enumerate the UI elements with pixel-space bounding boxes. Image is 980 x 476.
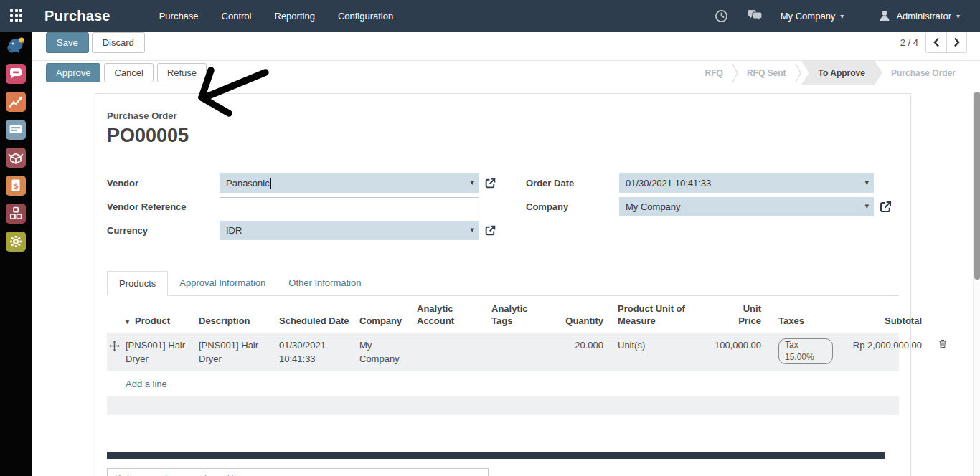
chevron-left-icon [932,37,941,48]
table-header-row: ▾Product Description Scheduled Date Comp… [107,303,899,333]
step-separator-icon [795,62,801,84]
activities-clock-icon[interactable] [709,6,734,26]
user-avatar-icon [878,9,891,22]
cell-quantity[interactable]: 20.000 [560,338,613,353]
menu-control[interactable]: Control [213,1,260,31]
sort-descending-icon[interactable]: ▾ [126,317,129,326]
vendor-label: Vendor [107,178,220,189]
dropdown-caret-icon: ▾ [470,225,474,234]
notebook-tabs: Products Approval Information Other Info… [107,271,899,296]
column-subtotal[interactable]: Subtotal [843,315,932,333]
discuss-icon[interactable] [6,64,26,84]
statusbar-steps: RFQ RFQ Sent To Approve Purchase Order [697,61,980,85]
discard-button[interactable]: Discard [92,32,145,53]
column-uom[interactable]: Product Unit of Measure [618,303,695,328]
text-cursor [270,178,271,189]
column-product[interactable]: Product [135,315,170,326]
approve-button[interactable]: Approve [46,63,100,82]
order-date-field[interactable]: 01/30/2021 10:41:33 ▾ [619,173,874,193]
order-lines-table: ▾Product Description Scheduled Date Comp… [107,303,899,415]
scrollbar-thumb[interactable] [974,92,980,280]
crm-chart-icon[interactable] [6,92,26,112]
pgadmin-icon[interactable] [6,36,26,56]
apps-grid-icon[interactable] [10,9,23,22]
dropdown-caret-icon: ▾ [864,201,869,211]
vendor-field[interactable]: Panasonic ▾ [220,173,479,193]
vertical-scrollbar[interactable] [973,92,980,476]
cell-unit-price[interactable]: 100,000.00 [705,338,771,353]
column-scheduled-date[interactable]: Scheduled Date [279,315,359,333]
company-field[interactable]: My Company ▾ [619,197,874,216]
tax-badge[interactable]: Tax 15.00% [778,338,833,364]
dropdown-caret-icon: ▾ [864,178,869,187]
cancel-button[interactable]: Cancel [104,63,153,82]
save-button[interactable]: Save [46,32,89,53]
column-analytic-tags[interactable]: Analytic Tags [491,303,537,328]
chevron-down-icon: ▾ [840,12,844,20]
table-row[interactable]: [PNS001] Hair Dryer [PNS001] Hair Dryer … [107,333,899,371]
step-separator-icon [732,62,738,84]
messages-chat-icon[interactable] [741,6,769,25]
column-company[interactable]: Company [359,315,417,333]
user-menu[interactable]: Administrator ▾ [874,5,964,27]
pager-count: 2 / 4 [900,37,918,48]
manufacturing-cubes-icon[interactable] [6,204,26,224]
pager-next-button[interactable] [946,32,966,52]
top-menu: Purchase Control Reporting Configuration [151,1,402,31]
column-unit-price[interactable]: Unit Price [731,303,761,328]
step-rfq[interactable]: RFQ [697,61,732,85]
order-date-label: Order Date [507,178,619,189]
pager-previous-button[interactable] [926,32,946,52]
vendor-reference-field[interactable] [220,197,479,216]
svg-text:$: $ [13,181,19,191]
invoicing-document-icon[interactable]: $ [6,176,26,196]
step-purchase-order[interactable]: Purchase Order [882,61,964,85]
top-navbar: Purchase Purchase Control Reporting Conf… [0,0,980,32]
company-label: Company [507,201,619,212]
company-external-link-icon[interactable] [879,200,892,214]
vendor-external-link-icon[interactable] [484,177,496,189]
cell-subtotal[interactable]: Rp 2,000,000.00 [843,338,932,353]
section-separator-bar [107,452,885,459]
column-taxes[interactable]: Taxes [771,315,843,333]
menu-purchase[interactable]: Purchase [151,1,207,31]
app-title: Purchase [44,8,110,24]
cell-description[interactable]: [PNS001] Hair Dryer [199,338,279,366]
cell-company[interactable]: My Company [359,338,417,366]
tab-other-information[interactable]: Other Information [277,271,372,295]
tab-products[interactable]: Products [107,271,168,296]
delete-line-trash-icon[interactable] [932,338,953,353]
drag-handle-icon[interactable] [107,338,126,356]
step-to-approve[interactable]: To Approve [801,61,882,85]
currency-field[interactable]: IDR ▾ [220,221,479,240]
chevron-right-icon [952,37,961,48]
menu-configuration[interactable]: Configuration [329,1,402,31]
empty-line-strip [107,396,899,415]
company-switcher[interactable]: My Company ▾ [776,6,849,26]
tab-approval-information[interactable]: Approval Information [168,271,277,295]
inventory-box-icon[interactable] [6,148,26,168]
document-type-label: Purchase Order [107,110,899,121]
cell-uom[interactable]: Unit(s) [613,338,705,353]
menu-reporting[interactable]: Reporting [266,1,324,31]
column-analytic-account[interactable]: Analytic Account [417,303,467,328]
chevron-down-icon: ▾ [956,12,960,20]
settings-gear-icon[interactable] [6,232,26,252]
refuse-button[interactable]: Refuse [157,63,207,82]
form-action-row: Save Discard 2 / 4 [32,32,980,53]
vendor-reference-label: Vendor Reference [107,201,220,212]
step-rfq-sent[interactable]: RFQ Sent [738,61,795,85]
cell-scheduled-date[interactable]: 01/30/2021 10:41:33 [279,338,359,366]
currency-external-link-icon[interactable] [484,224,496,237]
statusbar-row: Approve Cancel Refuse RFQ RFQ Sent To Ap… [32,60,980,85]
record-pager: 2 / 4 [900,32,967,53]
column-description[interactable]: Description [199,315,279,333]
add-a-line-link[interactable]: Add a line [126,379,167,389]
cell-product[interactable]: [PNS001] Hair Dryer [126,338,199,366]
terms-and-conditions-field[interactable]: Define your terms and conditions ... [107,468,489,476]
currency-label: Currency [107,225,220,236]
page-title: PO00005 [107,125,899,147]
point-of-sale-icon[interactable] [6,120,26,140]
column-quantity[interactable]: Quantity [560,315,613,333]
dropdown-caret-icon: ▾ [470,178,474,187]
